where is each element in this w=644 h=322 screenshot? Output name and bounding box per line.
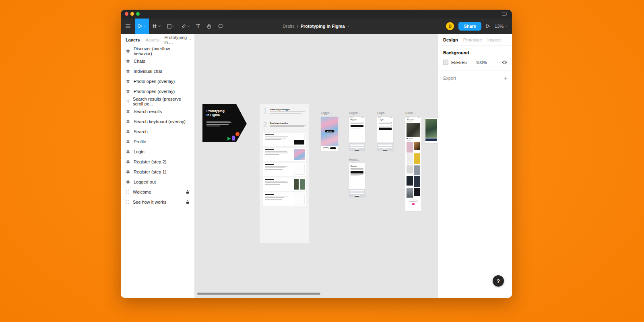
visibility-toggle[interactable]: [502, 60, 507, 64]
move-tool-button[interactable]: [135, 19, 149, 34]
layer-row[interactable]: Register (step 1): [121, 167, 194, 177]
layer-name: Logged out: [134, 180, 156, 184]
layer-row[interactable]: Search results: [121, 106, 194, 116]
canvas[interactable]: Prototyping in Figma 1 View the prototyp…: [194, 34, 438, 298]
slide-title: Prototyping in Figma: [206, 109, 225, 118]
shape-tool-button[interactable]: [164, 19, 178, 34]
submit-button: [351, 171, 363, 173]
hand-tool-button[interactable]: [203, 19, 215, 34]
tutorial-card: [263, 148, 306, 161]
step-1: 1 View the prototype: [263, 107, 306, 115]
minimize-window-button[interactable]: [130, 12, 134, 16]
layer-row[interactable]: Photo open (overlay): [121, 86, 194, 96]
frame-label-discover[interactable]: Disco...: [405, 111, 415, 115]
frame-icon: [152, 24, 157, 29]
slide-text-line: [206, 126, 220, 126]
register-step2-frame[interactable]: Register: [349, 163, 365, 197]
window-tab-icon[interactable]: [502, 12, 507, 16]
layer-row[interactable]: Login: [121, 147, 194, 157]
layer-name: Search results: [134, 109, 162, 114]
lock-icon[interactable]: [186, 200, 189, 204]
tab-inspect[interactable]: Inspect: [487, 37, 502, 42]
layer-row[interactable]: Individual chat: [121, 66, 194, 76]
frame-icon: [126, 59, 130, 63]
tab-layers[interactable]: Layers: [126, 37, 140, 42]
color-hex-value[interactable]: E5E5E5: [451, 60, 467, 65]
grid-photo: [414, 188, 420, 196]
main-menu-button[interactable]: [121, 19, 135, 34]
frame-label-register-2[interactable]: Regist...: [349, 158, 360, 161]
play-icon: [486, 24, 490, 29]
horizontal-scrollbar[interactable]: [197, 293, 320, 295]
chevron-down-icon[interactable]: [347, 25, 350, 27]
layer-row[interactable]: Register (step 2): [121, 157, 194, 167]
step-number: 2: [263, 121, 267, 128]
frame-tool-button[interactable]: [149, 19, 164, 34]
layer-row[interactable]: Profile: [121, 136, 194, 147]
layer-name: Register (step 2): [134, 159, 166, 164]
layer-row[interactable]: Logged out: [121, 177, 194, 187]
avatar[interactable]: B: [446, 22, 454, 30]
layer-name: Login: [134, 149, 144, 154]
frame-label-login[interactable]: Login: [377, 111, 384, 115]
breadcrumb-parent[interactable]: Drafts: [283, 24, 294, 29]
layers-list: Discover (overflow behavior) Chats Indiv…: [121, 46, 194, 207]
text-field: [351, 122, 363, 124]
export-section[interactable]: Export +: [438, 70, 512, 86]
step-2: 2 See how it works: [263, 121, 306, 128]
title-slide-shape[interactable]: Prototyping in Figma: [202, 104, 247, 142]
share-button[interactable]: Share: [458, 22, 481, 31]
text-tool-button[interactable]: T: [193, 19, 203, 34]
layer-row[interactable]: Search: [121, 126, 194, 136]
help-button[interactable]: ?: [493, 275, 504, 287]
frame-icon: [126, 79, 130, 83]
lock-icon[interactable]: [186, 190, 189, 194]
opacity-value[interactable]: 100%: [476, 60, 487, 65]
frame-label-register-1[interactable]: Regist...: [349, 111, 360, 115]
background-section: Background E5E5E5 100%: [438, 46, 512, 70]
frame-icon: [126, 150, 130, 154]
frame-icon: [126, 170, 130, 174]
login-frame[interactable]: Log In: [377, 117, 393, 151]
clipped-frame[interactable]: [425, 118, 438, 143]
frame-icon: [126, 180, 130, 184]
rectangle-icon: [167, 24, 171, 29]
screen-title: Register: [351, 119, 363, 121]
tab-prototype[interactable]: Prototype: [463, 37, 482, 42]
layer-row[interactable]: See how it works: [121, 197, 194, 207]
chevron-down-icon: [173, 25, 175, 27]
frame-icon: [126, 120, 130, 124]
layer-name: Welcome: [133, 190, 151, 194]
pen-tool-button[interactable]: [178, 19, 193, 34]
page-selector-label: Prototyping in ...: [165, 35, 188, 45]
layer-row[interactable]: Welcome: [121, 187, 194, 197]
logged-out-frame[interactable]: prado: [321, 117, 338, 151]
close-window-button[interactable]: [125, 12, 128, 16]
comment-tool-button[interactable]: [215, 19, 227, 34]
fullscreen-window-button[interactable]: [136, 12, 140, 16]
slide-text-line: [206, 121, 230, 122]
page-selector[interactable]: Prototyping in ...: [165, 35, 191, 45]
instructions-frame[interactable]: 1 View the prototype 2 See how it works: [260, 104, 309, 243]
breadcrumb-current[interactable]: Prototyping in Figma: [301, 24, 345, 29]
grid-photo: [407, 188, 413, 198]
add-export-button[interactable]: +: [504, 75, 507, 81]
layer-row[interactable]: Photo open (overlay): [121, 76, 194, 86]
app-logo: prado: [325, 130, 334, 132]
present-button[interactable]: [486, 24, 490, 29]
ui-thumbnail: [294, 164, 305, 175]
color-swatch[interactable]: [443, 60, 448, 65]
tab-assets[interactable]: Assets: [145, 37, 159, 42]
tab-design[interactable]: Design: [443, 37, 458, 42]
text-field: [379, 125, 392, 127]
layer-row[interactable]: Search keyboard (overlay): [121, 116, 194, 126]
home-indicator: [383, 150, 388, 151]
frame-icon: [126, 160, 130, 164]
layer-row[interactable]: Discover (overflow behavior): [121, 46, 194, 56]
register-step1-frame[interactable]: Register: [349, 117, 365, 151]
layer-row[interactable]: Chats: [121, 56, 194, 66]
frame-label-logged-out[interactable]: Logge...: [321, 111, 332, 115]
layer-row[interactable]: Search results (preserve scroll po...: [121, 96, 194, 106]
zoom-menu[interactable]: 13%: [495, 24, 508, 29]
discover-frame[interactable]: Discover: [405, 117, 421, 211]
